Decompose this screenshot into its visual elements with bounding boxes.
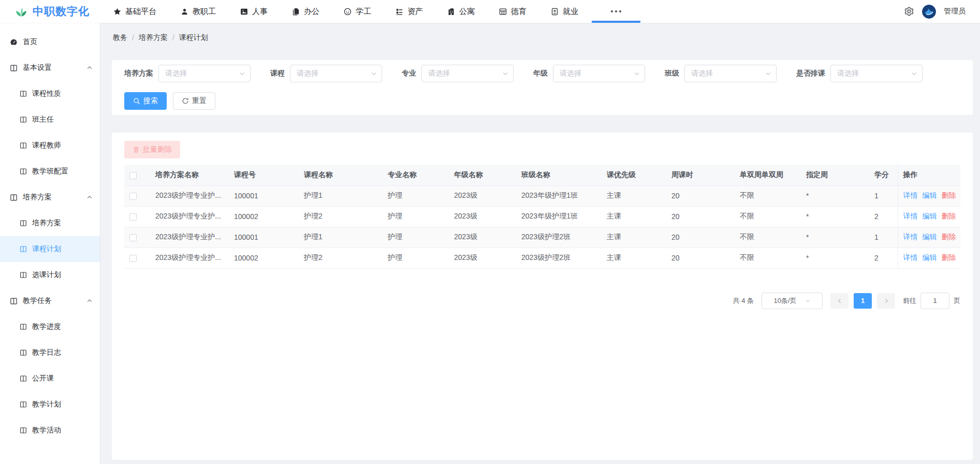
nav-item-assets[interactable]: 资产 bbox=[383, 0, 435, 23]
book-icon bbox=[19, 349, 27, 357]
sidebar-item-head-teacher[interactable]: 班主任 bbox=[0, 107, 100, 133]
delete-link[interactable]: 删除 bbox=[942, 253, 956, 262]
major-select[interactable]: 请选择 bbox=[421, 65, 514, 82]
select-all-checkbox[interactable] bbox=[129, 172, 137, 179]
brand[interactable]: 中职数字化 bbox=[14, 4, 90, 19]
sidebar-item-teaching-log[interactable]: 教学日志 bbox=[0, 340, 100, 366]
delete-link[interactable]: 删除 bbox=[942, 191, 956, 199]
copy-icon bbox=[291, 7, 300, 16]
gear-icon[interactable] bbox=[904, 6, 914, 17]
nav-item-hr[interactable]: 人事 bbox=[228, 0, 280, 23]
table-panel: 批量删除 培养方案名称 课程号 课程名称 专业名称 年级名称 bbox=[112, 133, 973, 460]
page-size-select[interactable]: 10条/页 bbox=[762, 293, 823, 309]
nav-item-label: 资产 bbox=[407, 7, 423, 17]
row-checkbox[interactable] bbox=[129, 193, 137, 200]
nav-item-more[interactable] bbox=[590, 0, 642, 23]
delete-link[interactable]: 删除 bbox=[942, 212, 956, 220]
page-number-1[interactable]: 1 bbox=[854, 293, 872, 309]
nav-item-label: 就业 bbox=[563, 7, 578, 17]
detail-link[interactable]: 详情 bbox=[903, 233, 918, 241]
course-select[interactable]: 请选择 bbox=[290, 65, 382, 82]
sidebar-section-basic-settings[interactable]: 基本设置 bbox=[0, 55, 100, 81]
reset-button[interactable]: 重置 bbox=[173, 92, 215, 110]
nav-item-office[interactable]: 办公 bbox=[280, 0, 331, 23]
trash-icon bbox=[133, 146, 140, 153]
sidebar-item-course-teacher[interactable]: 课程教师 bbox=[0, 133, 100, 158]
cell-weekly-hours: 20 bbox=[666, 227, 735, 248]
cell-specified-week: * bbox=[801, 206, 869, 227]
cell-grade: 2023级 bbox=[449, 185, 516, 206]
scheduled-select[interactable]: 请选择 bbox=[830, 65, 923, 82]
search-button[interactable]: 搜索 bbox=[124, 92, 167, 110]
table-row: 2023级护理专业护... 100002 护理2 护理 2023级 2023级护… bbox=[124, 248, 960, 268]
column-header: 学分 bbox=[869, 165, 898, 185]
building-icon bbox=[447, 7, 456, 16]
detail-link[interactable]: 详情 bbox=[903, 253, 918, 262]
breadcrumb-item[interactable]: 培养方案 bbox=[139, 33, 168, 42]
row-checkbox[interactable] bbox=[129, 255, 137, 262]
star-icon bbox=[113, 7, 122, 16]
training-program-select[interactable]: 请选择 bbox=[158, 65, 251, 82]
edit-link[interactable]: 编辑 bbox=[923, 191, 937, 199]
book-icon bbox=[19, 245, 27, 253]
sidebar-item-home[interactable]: 首页 bbox=[0, 29, 100, 55]
edit-link[interactable]: 编辑 bbox=[923, 253, 937, 262]
nav-item-label: 德育 bbox=[511, 7, 526, 17]
sidebar-item-teaching-plan[interactable]: 教学计划 bbox=[0, 392, 100, 417]
detail-link[interactable]: 详情 bbox=[903, 191, 918, 199]
sidebar-item-teaching-class-config[interactable]: 教学班配置 bbox=[0, 158, 100, 184]
sidebar-item-teaching-progress[interactable]: 教学进度 bbox=[0, 314, 100, 340]
row-checkbox[interactable] bbox=[129, 234, 137, 241]
cell-major: 护理 bbox=[383, 227, 449, 248]
prev-page-button[interactable] bbox=[830, 293, 849, 309]
sidebar-item-teaching-activity[interactable]: 教学活动 bbox=[0, 417, 100, 443]
cell-weekly-hours: 20 bbox=[666, 248, 735, 268]
sidebar-section-teaching-tasks[interactable]: 教学任务 bbox=[0, 288, 100, 314]
nav-item-platform[interactable]: 基础平台 bbox=[101, 0, 168, 23]
sidebar-item-course-nature[interactable]: 课程性质 bbox=[0, 81, 100, 107]
filter-field-grade: 年级 请选择 bbox=[533, 65, 645, 82]
user-name[interactable]: 管理员 bbox=[944, 7, 966, 16]
class-select[interactable]: 请选择 bbox=[684, 65, 777, 82]
sidebar-item-course-selection-plan[interactable]: 选课计划 bbox=[0, 262, 100, 288]
breadcrumb-separator: / bbox=[172, 34, 174, 42]
edit-link[interactable]: 编辑 bbox=[923, 233, 937, 241]
row-checkbox[interactable] bbox=[129, 213, 137, 221]
image-icon bbox=[240, 7, 248, 16]
goto-page-input[interactable] bbox=[920, 293, 949, 309]
column-header-actions: 操作 bbox=[898, 165, 960, 185]
cell-week-parity: 不限 bbox=[735, 227, 801, 248]
edit-link[interactable]: 编辑 bbox=[923, 212, 937, 220]
sidebar-item-training-program[interactable]: 培养方案 bbox=[0, 210, 100, 236]
table-row: 2023级护理专业护... 100002 护理2 护理 2023级 2023年级… bbox=[124, 206, 960, 227]
sidebar-item-course-plan[interactable]: 课程计划 bbox=[0, 236, 100, 262]
chevron-down-icon bbox=[371, 70, 377, 77]
user-avatar[interactable] bbox=[922, 5, 936, 19]
sidebar-section-training-program[interactable]: 培养方案 bbox=[0, 184, 100, 210]
select-placeholder: 请选择 bbox=[428, 69, 450, 78]
chevron-down-icon bbox=[911, 70, 917, 77]
chevron-up-icon bbox=[86, 298, 93, 304]
sidebar-item-label: 选课计划 bbox=[32, 270, 61, 280]
chevron-down-icon bbox=[765, 70, 771, 77]
nav-item-employment[interactable]: 就业 bbox=[538, 0, 590, 23]
book-icon bbox=[19, 219, 27, 227]
nav-item-staff[interactable]: 教职工 bbox=[168, 0, 228, 23]
detail-link[interactable]: 详情 bbox=[903, 212, 918, 220]
nav-item-students[interactable]: 学工 bbox=[331, 0, 383, 23]
delete-link[interactable]: 删除 bbox=[942, 233, 956, 241]
cell-priority: 主课 bbox=[602, 227, 666, 248]
goto-label: 前往 bbox=[903, 296, 916, 306]
sidebar-item-label: 课程计划 bbox=[32, 244, 61, 254]
column-header: 年级名称 bbox=[449, 165, 516, 185]
breadcrumb-item[interactable]: 教务 bbox=[113, 33, 127, 42]
sidebar-item-open-class[interactable]: 公开课 bbox=[0, 366, 100, 392]
batch-delete-button[interactable]: 批量删除 bbox=[124, 141, 180, 158]
grade-select[interactable]: 请选择 bbox=[553, 65, 645, 82]
nav-item-moral-education[interactable]: 德育 bbox=[487, 0, 538, 23]
book-icon bbox=[19, 271, 27, 279]
nav-item-apartment[interactable]: 公寓 bbox=[435, 0, 487, 23]
next-page-button[interactable] bbox=[877, 293, 895, 309]
cell-grade: 2023级 bbox=[449, 227, 516, 248]
breadcrumb-separator: / bbox=[132, 34, 134, 42]
